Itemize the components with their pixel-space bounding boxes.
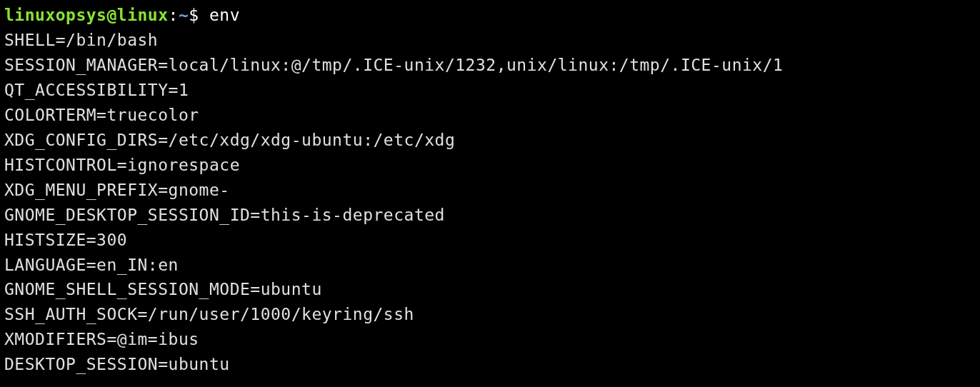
env-output-line: XMODIFIERS=@im=ibus — [4, 327, 976, 352]
env-output-line: SSH_AUTH_SOCK=/run/user/1000/keyring/ssh — [4, 302, 976, 327]
env-output-line: SHELL=/bin/bash — [4, 28, 976, 53]
env-output-line: XDG_CONFIG_DIRS=/etc/xdg/xdg-ubuntu:/etc… — [4, 128, 976, 153]
env-output-line: SESSION_MANAGER=local/linux:@/tmp/.ICE-u… — [4, 53, 976, 78]
env-output-line: COLORTERM=truecolor — [4, 103, 976, 128]
prompt-user-host: linuxopsys@linux — [4, 6, 169, 24]
prompt-colon: : — [169, 6, 179, 24]
env-output-line: GNOME_DESKTOP_SESSION_ID=this-is-depreca… — [4, 203, 976, 228]
env-output-line: LANGUAGE=en_IN:en — [4, 253, 976, 278]
env-output-line: HISTSIZE=300 — [4, 228, 976, 253]
prompt-path: ~ — [179, 6, 189, 24]
env-output-line: DESKTOP_SESSION=ubuntu — [4, 352, 976, 377]
env-output-line: HISTCONTROL=ignorespace — [4, 153, 976, 178]
command-text: env — [209, 6, 240, 24]
prompt-dollar: $ — [189, 6, 199, 24]
terminal-prompt-line[interactable]: linuxopsys@linux:~$ env — [4, 3, 976, 28]
env-output-line: XDG_MENU_PREFIX=gnome- — [4, 178, 976, 203]
env-output-line: GNOME_SHELL_SESSION_MODE=ubuntu — [4, 277, 976, 302]
env-output-line: QT_ACCESSIBILITY=1 — [4, 78, 976, 103]
